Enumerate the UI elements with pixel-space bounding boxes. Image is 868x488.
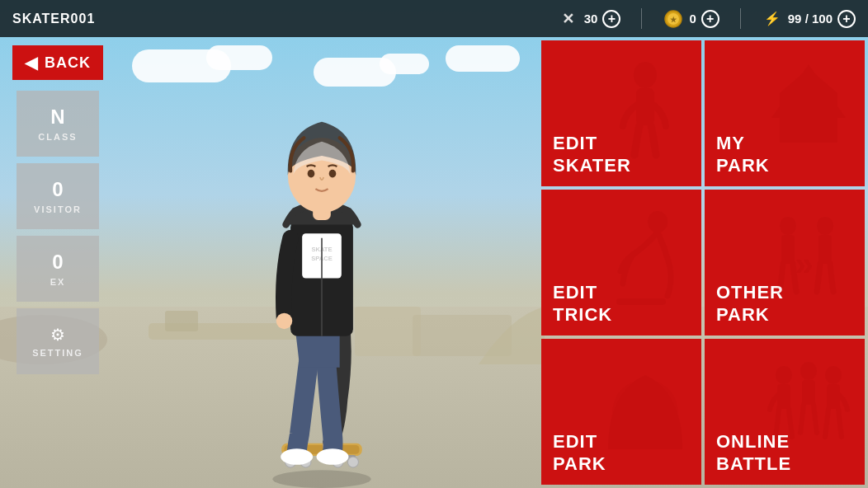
- edit-skater-line2: SKATER: [553, 155, 631, 176]
- character-area: SKATE SPACE: [116, 37, 528, 488]
- svg-text:»: »: [795, 246, 814, 282]
- energy-add-button[interactable]: +: [837, 10, 856, 28]
- class-value: N: [50, 106, 64, 129]
- back-label: BACK: [45, 54, 91, 72]
- svg-rect-34: [616, 298, 666, 305]
- svg-point-44: [800, 362, 817, 380]
- svg-point-28: [308, 170, 315, 178]
- svg-point-24: [276, 313, 293, 330]
- setting-label: SETTING: [32, 348, 83, 358]
- ex-value: 0: [52, 251, 63, 274]
- svg-rect-41: [777, 384, 790, 409]
- online-battle-button[interactable]: ONLINE BATTLE: [705, 339, 865, 485]
- xp-icon: ✕: [558, 8, 579, 30]
- setting-gear-icon: ⚙: [50, 325, 65, 345]
- svg-rect-38: [818, 235, 832, 264]
- edit-park-button[interactable]: EDIT PARK: [541, 339, 701, 485]
- visitor-stat-box: 0 VISITOR: [17, 163, 99, 229]
- visitor-label: VISITOR: [34, 204, 82, 214]
- svg-point-30: [634, 62, 657, 88]
- edit-trick-button[interactable]: EDIT TRICK: [541, 190, 701, 336]
- my-park-line1: MY: [716, 133, 745, 154]
- svg-point-40: [776, 366, 792, 384]
- svg-point-8: [272, 470, 370, 488]
- other-park-line2: PARK: [716, 304, 770, 326]
- energy-value: 99 / 100: [788, 12, 833, 26]
- class-stat-box: N CLASS: [17, 91, 99, 157]
- energy-stat-group: ⚡ 99 / 100 +: [762, 8, 856, 30]
- player-name: SKATER001: [12, 12, 95, 26]
- energy-icon: ⚡: [762, 8, 783, 30]
- edit-trick-line2: TRICK: [553, 304, 612, 326]
- svg-point-33: [648, 211, 668, 232]
- svg-rect-43: [827, 384, 840, 409]
- online-battle-line2: BATTLE: [716, 453, 791, 475]
- class-label: CLASS: [38, 132, 77, 142]
- visitor-value: 0: [52, 178, 63, 201]
- svg-text:★: ★: [670, 16, 677, 24]
- coin-stat-group: ★ 0 +: [663, 8, 719, 30]
- ex-stat-box: 0 EX: [17, 236, 99, 302]
- xp-value: 30: [584, 12, 598, 26]
- svg-point-16: [347, 457, 358, 467]
- divider-2: [740, 8, 741, 29]
- online-battle-line1: ONLINE: [716, 431, 790, 453]
- coin-icon: ★: [663, 8, 684, 30]
- svg-point-18: [281, 448, 313, 465]
- svg-point-37: [817, 217, 833, 235]
- edit-park-line2: PARK: [553, 453, 606, 475]
- other-park-button[interactable]: » OTHER PARK: [705, 190, 865, 336]
- edit-trick-line1: EDIT: [553, 282, 597, 303]
- back-button[interactable]: ◀ BACK: [12, 45, 103, 80]
- svg-point-19: [317, 448, 349, 465]
- other-park-line1: OTHER: [716, 282, 784, 303]
- svg-point-42: [825, 366, 842, 384]
- my-park-line2: PARK: [716, 155, 770, 176]
- my-park-button[interactable]: MY PARK: [705, 40, 865, 186]
- edit-park-line1: EDIT: [553, 431, 597, 453]
- svg-point-29: [329, 170, 337, 178]
- coin-add-button[interactable]: +: [701, 10, 719, 28]
- setting-stat-box[interactable]: ⚙ SETTING: [17, 308, 99, 374]
- svg-marker-32: [771, 64, 846, 118]
- svg-rect-36: [781, 235, 795, 264]
- edit-skater-line1: EDIT: [553, 133, 597, 154]
- character-svg: SKATE SPACE: [198, 59, 446, 488]
- svg-rect-31: [636, 88, 654, 125]
- edit-skater-button[interactable]: EDIT SKATER: [541, 40, 701, 186]
- svg-point-35: [780, 217, 796, 235]
- divider-1: [641, 8, 642, 29]
- ex-label: EX: [50, 277, 66, 287]
- stats-panel: N CLASS 0 VISITOR 0 EX ⚙ SETTING: [17, 91, 99, 374]
- xp-stat-group: ✕ 30 +: [558, 8, 621, 30]
- xp-add-button[interactable]: +: [602, 10, 620, 28]
- back-arrow-icon: ◀: [25, 53, 38, 73]
- svg-rect-45: [802, 380, 815, 405]
- coin-value: 0: [689, 12, 696, 26]
- header: SKATER001 ✕ 30 + ★ 0 + ⚡ 99 / 100 +: [0, 0, 868, 37]
- menu-grid: EDIT SKATER MY PARK: [538, 37, 868, 488]
